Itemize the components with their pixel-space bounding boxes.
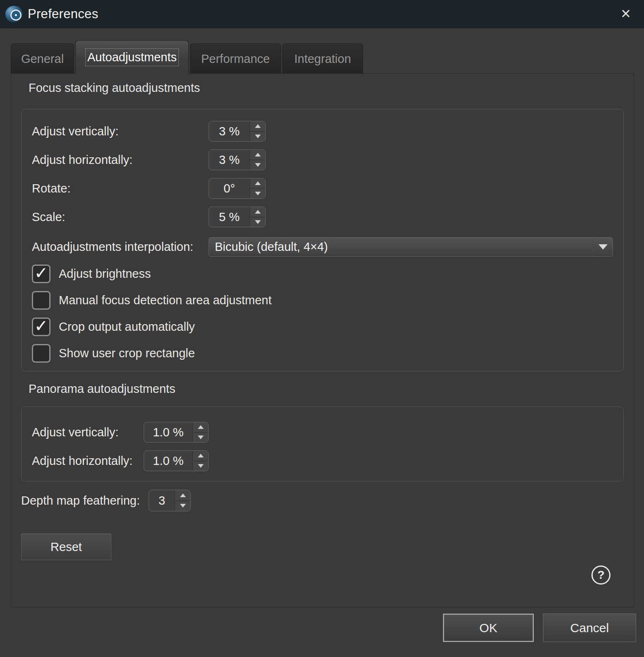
arrow-up-icon	[198, 425, 204, 429]
arrow-down-icon	[255, 163, 261, 167]
spinner-buttons	[250, 207, 265, 227]
chevron-down-icon	[598, 244, 608, 250]
scale-spinner[interactable]: 5 %	[209, 207, 266, 227]
spin-up-button[interactable]	[175, 490, 190, 501]
interpolation-row: Autoadjustments interpolation: Bicubic (…	[32, 237, 613, 257]
spin-up-button[interactable]	[250, 150, 265, 160]
adjust-vertically-row: Adjust vertically: 3 %	[32, 121, 613, 142]
interpolation-dropdown[interactable]: Bicubic (default, 4×4)	[209, 237, 613, 257]
crop-output-label[interactable]: Crop output automatically	[59, 320, 195, 334]
dropdown-arrow-zone[interactable]	[593, 238, 613, 256]
spin-down-button[interactable]	[250, 132, 265, 142]
cancel-button[interactable]: Cancel	[543, 614, 636, 642]
spin-down-button[interactable]	[193, 461, 208, 471]
tab-integration[interactable]: Integration	[282, 43, 363, 74]
arrow-down-icon	[255, 192, 261, 195]
adjust-horizontally-label: Adjust horizontally:	[32, 153, 209, 167]
spin-down-button[interactable]	[193, 433, 208, 443]
spin-up-button[interactable]	[193, 422, 208, 433]
spin-up-button[interactable]	[193, 451, 208, 461]
interpolation-label: Autoadjustments interpolation:	[32, 240, 209, 254]
spin-down-button[interactable]	[175, 501, 190, 511]
reset-button[interactable]: Reset	[21, 534, 111, 560]
spin-up-button[interactable]	[250, 207, 265, 217]
arrow-down-icon	[255, 220, 261, 224]
panorama-section-header: Panorama autoadjustments	[29, 382, 624, 396]
depth-map-feathering-spinner[interactable]: 3	[149, 490, 191, 511]
show-user-crop-label[interactable]: Show user crop rectangle	[59, 347, 195, 360]
adjust-horizontally-value[interactable]: 3 %	[209, 150, 250, 170]
depth-map-feathering-value[interactable]: 3	[149, 490, 175, 511]
focus-stacking-groupbox: Adjust vertically: 3 % Adjust horizontal…	[21, 109, 624, 371]
adjust-vertically-label: Adjust vertically:	[32, 125, 209, 138]
rotate-spinner[interactable]: 0°	[209, 178, 266, 199]
depth-map-feathering-label: Depth map feathering:	[21, 494, 149, 508]
adjust-vertically-spinner[interactable]: 3 %	[209, 121, 266, 142]
interpolation-selected-value: Bicubic (default, 4×4)	[209, 240, 593, 254]
spinner-buttons	[250, 150, 265, 170]
crop-output-checkbox[interactable]	[32, 318, 50, 336]
app-logo-icon	[5, 6, 23, 22]
rotate-value[interactable]: 0°	[209, 178, 250, 198]
arrow-up-icon	[255, 181, 261, 185]
spinner-buttons	[250, 178, 265, 198]
spin-up-button[interactable]	[250, 121, 265, 132]
show-user-crop-row: Show user crop rectangle	[32, 344, 613, 363]
spinner-buttons	[175, 490, 190, 511]
titlebar: Preferences ✕	[0, 0, 644, 28]
window-title: Preferences	[28, 7, 98, 22]
manual-focus-area-checkbox[interactable]	[32, 291, 50, 310]
adjust-vertically-value[interactable]: 3 %	[209, 121, 250, 141]
pano-adjust-horizontally-spinner[interactable]: 1.0 %	[144, 450, 209, 471]
arrow-up-icon	[198, 454, 204, 457]
pano-adjust-vertically-value[interactable]: 1.0 %	[144, 422, 192, 442]
pano-adjust-vertically-row: Adjust vertically: 1.0 %	[32, 422, 613, 443]
spinner-buttons	[192, 451, 208, 471]
arrow-up-icon	[255, 210, 261, 214]
arrow-down-icon	[180, 504, 186, 508]
tab-bar: General Autoadjustments Performance Inte…	[0, 40, 644, 74]
adjust-brightness-checkbox[interactable]	[32, 265, 50, 283]
focus-stacking-section-header: Focus stacking autoadjustments	[29, 81, 624, 95]
pano-adjust-vertically-label: Adjust vertically:	[32, 426, 144, 439]
rotate-row: Rotate: 0°	[32, 178, 613, 199]
arrow-down-icon	[255, 135, 261, 138]
arrow-up-icon	[255, 124, 261, 128]
depth-map-feathering-row: Depth map feathering: 3	[21, 490, 624, 511]
arrow-up-icon	[255, 153, 261, 156]
crop-output-row: Crop output automatically	[32, 317, 613, 336]
show-user-crop-checkbox[interactable]	[32, 344, 50, 363]
scale-row: Scale: 5 %	[32, 207, 613, 227]
spin-down-button[interactable]	[250, 217, 265, 227]
adjust-brightness-label[interactable]: Adjust brightness	[59, 267, 151, 281]
manual-focus-area-row: Manual focus detection area adjustment	[32, 291, 613, 310]
help-icon[interactable]: ?	[591, 566, 610, 585]
dialog-button-row: OK Cancel	[0, 614, 644, 642]
pano-adjust-vertically-spinner[interactable]: 1.0 %	[144, 422, 209, 443]
spin-down-button[interactable]	[250, 160, 265, 170]
tab-general[interactable]: General	[11, 43, 74, 74]
pano-adjust-horizontally-row: Adjust horizontally: 1.0 %	[32, 450, 613, 471]
ok-button[interactable]: OK	[443, 614, 534, 642]
close-icon[interactable]: ✕	[617, 5, 635, 23]
spin-up-button[interactable]	[250, 178, 265, 189]
scale-value[interactable]: 5 %	[209, 207, 250, 227]
adjust-horizontally-spinner[interactable]: 3 %	[209, 149, 266, 170]
adjust-brightness-row: Adjust brightness	[32, 264, 613, 283]
rotate-label: Rotate:	[32, 182, 209, 195]
tab-performance[interactable]: Performance	[190, 43, 281, 74]
spinner-buttons	[192, 422, 208, 442]
autoadjustments-panel: Focus stacking autoadjustments Adjust ve…	[11, 73, 634, 607]
tab-autoadjustments[interactable]: Autoadjustments	[75, 40, 189, 74]
pano-adjust-horizontally-value[interactable]: 1.0 %	[144, 451, 192, 471]
arrow-down-icon	[198, 464, 204, 468]
spin-down-button[interactable]	[250, 189, 265, 199]
arrow-down-icon	[198, 436, 204, 439]
pano-adjust-horizontally-label: Adjust horizontally:	[32, 454, 144, 468]
panorama-groupbox: Adjust vertically: 1.0 % Adjust horizont…	[21, 407, 624, 481]
manual-focus-area-label[interactable]: Manual focus detection area adjustment	[59, 294, 272, 307]
arrow-up-icon	[180, 493, 186, 497]
scale-label: Scale:	[32, 210, 209, 224]
adjust-horizontally-row: Adjust horizontally: 3 %	[32, 149, 613, 170]
spinner-buttons	[250, 121, 265, 141]
